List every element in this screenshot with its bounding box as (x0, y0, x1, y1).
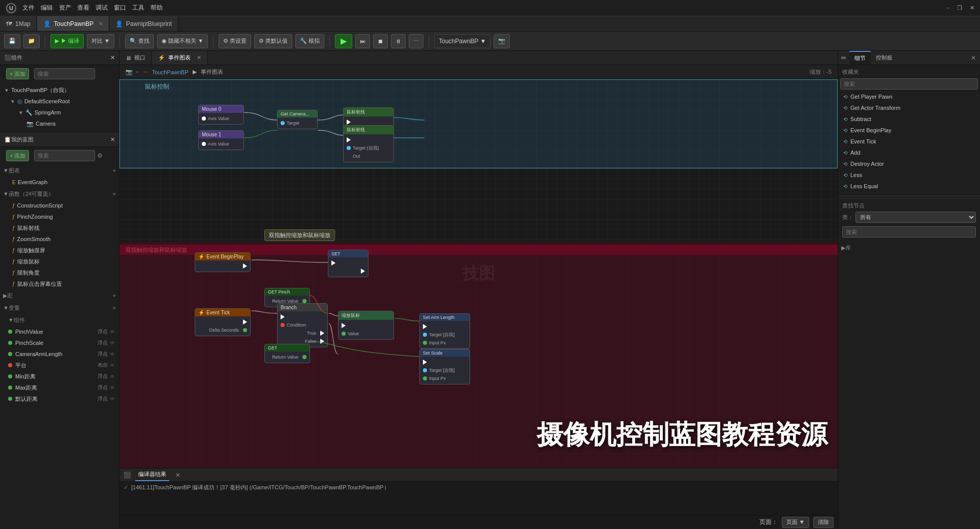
mybp-gear-icon[interactable]: ⚙ (97, 152, 103, 159)
fav-less-equal[interactable]: ⟲ Less Equal (840, 181, 978, 192)
section-macros[interactable]: ▶ 宏 + (0, 289, 119, 302)
node-set-beginplay[interactable]: SET (328, 250, 369, 277)
camera-setting-btn[interactable]: 📷 (494, 34, 510, 48)
section-components-vars[interactable]: ▼ 组件 (0, 314, 119, 326)
skip-btn[interactable]: ⏭ (355, 34, 370, 48)
minimize-btn[interactable]: － (943, 4, 952, 12)
var-maxdistance[interactable]: Max距离 浮点 👁 (0, 382, 119, 393)
class-settings-btn[interactable]: ⚙ 类设置 (219, 34, 251, 48)
nav-forward[interactable]: → (142, 69, 148, 75)
section-funcs[interactable]: ▼ 函数（24可覆盖） + (0, 188, 119, 200)
var-eye-6[interactable]: 👁 (110, 396, 115, 402)
node-get-pinch2[interactable]: GET Return Value (264, 344, 310, 363)
section-vars-add[interactable]: + (113, 305, 116, 311)
var-eye-4[interactable]: 👁 (110, 374, 115, 379)
node-filter-select[interactable]: 所有 (855, 212, 976, 223)
class-defaults-btn[interactable]: ⚙ 类默认值 (254, 34, 292, 48)
component-search[interactable] (34, 68, 95, 79)
menu-tools[interactable]: 工具 (132, 4, 144, 12)
tab-pawnipt[interactable]: 👤 PawniptBlueprint (109, 16, 178, 31)
tree-item-springarm[interactable]: ▼ 🔧 SpringArm (0, 107, 119, 118)
pawn-dropdown[interactable]: TouchPawnBP ▼ (434, 34, 491, 48)
center-tab-viewport[interactable]: 🖥 视口 (119, 51, 152, 65)
item-eventgraph[interactable]: E EventGraph (0, 177, 119, 188)
section-vars[interactable]: ▼ 变量 + (0, 302, 119, 314)
find-btn[interactable]: 🔍 查找 (125, 34, 154, 48)
bottom-tab-compiler[interactable]: 编译器结果 (135, 468, 169, 481)
node-funccall-upper2[interactable]: 鼠标射线 Target (自我) Out (343, 125, 394, 162)
add-mybp-btn[interactable]: +添加 (6, 150, 29, 161)
node-setarm[interactable]: Set Arm Length Target [自我] Input Px (419, 313, 470, 349)
var-cameraarmlength[interactable]: CameraArmLength 浮点 👁 (0, 348, 119, 360)
components-close[interactable]: ✕ (110, 54, 115, 61)
fav-destroy-actor[interactable]: ⟲ Destroy Actor (840, 158, 978, 169)
fav-get-actor-transform[interactable]: ⟲ Get Actor Transform (840, 102, 978, 113)
section-macros-add[interactable]: + (113, 292, 116, 299)
section-graphs-add[interactable]: + (113, 167, 116, 173)
section-funcs-add[interactable]: + (113, 191, 116, 197)
node-mousemove2[interactable]: Mouse 1 Axis Value (198, 130, 244, 150)
var-eye-1[interactable]: 👁 (110, 340, 115, 346)
nav-back[interactable]: ← (135, 69, 140, 75)
menu-view[interactable]: 查看 (77, 4, 89, 12)
menu-edit[interactable]: 编辑 (41, 4, 53, 12)
var-eye-0[interactable]: 👁 (110, 329, 115, 335)
fav-event-beginplay[interactable]: ⟲ Event BeginPlay (840, 125, 978, 136)
menu-window[interactable]: 窗口 (114, 4, 126, 12)
node-intermediate[interactable]: Get Camera... Target (277, 110, 318, 129)
eventgraph-close[interactable]: ✕ (197, 54, 201, 61)
diff-btn[interactable]: 对比 ▼ (87, 34, 114, 48)
maximize-btn[interactable]: ❐ (956, 4, 964, 12)
func-zoom-touch[interactable]: ƒ 缩放触摸屏 (0, 245, 119, 256)
menu-debug[interactable]: 调试 (96, 4, 108, 12)
node-setarm2[interactable]: Set Scale Target [自我] Input Px (419, 349, 470, 385)
node-mousemove1[interactable]: Mouse 0 Axis Value (198, 105, 244, 125)
var-eye-2[interactable]: 👁 (110, 351, 115, 357)
tree-item-camera[interactable]: 📷 Camera (0, 118, 119, 129)
tab-touchpawnbp[interactable]: 👤 TouchPawnBP ✕ (37, 16, 109, 31)
var-pinchscale[interactable]: PinchScale 浮点 👁 (0, 337, 119, 348)
breadcrumb-link-bp[interactable]: TouchPawnBP (152, 69, 189, 75)
close-btn[interactable]: ✕ (968, 4, 976, 12)
menu-file[interactable]: 文件 (22, 4, 35, 12)
func-pinchzooming[interactable]: ƒ PinchZooming (0, 211, 119, 222)
library-item[interactable]: ▶ 库 (838, 242, 980, 253)
fav-less[interactable]: ⟲ Less (840, 169, 978, 181)
right-panel-close[interactable]: ✕ (967, 54, 980, 62)
save-btn[interactable]: 💾 (4, 34, 20, 48)
node-search-input[interactable] (842, 226, 976, 238)
fav-subtract[interactable]: ⟲ Subtract (840, 113, 978, 125)
node-pinchzoom[interactable]: 缩放鼠标 Value (338, 311, 394, 340)
right-tab-controlboard[interactable]: 控制板 (871, 51, 898, 65)
add-component-btn[interactable]: + 添加 (6, 68, 29, 79)
browse-btn[interactable]: 📁 (23, 34, 40, 48)
var-mindistance[interactable]: Min距离 浮点 👁 (0, 371, 119, 382)
var-defaultdistance[interactable]: 默认距离 浮点 👁 (0, 393, 119, 404)
func-mouse-screen[interactable]: ƒ 鼠标点击屏幕位置 (0, 278, 119, 289)
section-graphs[interactable]: ▼ 图表 + (0, 164, 119, 177)
var-pinchvalue[interactable]: PinchValue 浮点 👁 (0, 326, 119, 337)
var-eye-3[interactable]: 👁 (110, 363, 115, 368)
center-tab-eventgraph[interactable]: ⚡ 事件图表 ✕ (152, 51, 208, 65)
func-zoom-mouse[interactable]: ƒ 缩放鼠标 (0, 256, 119, 267)
bottom-tab-close[interactable]: ✕ (175, 472, 180, 479)
node-event-beginplay[interactable]: ⚡ Event BeginPlay (195, 252, 251, 272)
func-mouseray[interactable]: ƒ 鼠标射线 (0, 222, 119, 233)
clear-btn[interactable]: 清除 (813, 517, 834, 528)
func-construction[interactable]: ƒ ConstructionScript (0, 200, 119, 211)
fav-search[interactable] (840, 78, 978, 90)
more-btn[interactable]: ⋯ (409, 34, 423, 48)
right-tab-details[interactable]: 细节 (849, 51, 871, 65)
var-platform[interactable]: 平台 布尔 👁 (0, 360, 119, 371)
func-zoomsmooth[interactable]: ƒ ZoomSmooth (0, 233, 119, 245)
mybp-close[interactable]: ✕ (110, 136, 115, 143)
menu-help[interactable]: 帮助 (150, 4, 163, 12)
node-event-tick[interactable]: ⚡ Event Tick Delta Seconds (195, 308, 251, 336)
fav-get-player-pawn[interactable]: ⟲ Get Player Pawn (840, 91, 978, 102)
fav-event-tick[interactable]: ⟲ Event Tick (840, 136, 978, 147)
mybp-search[interactable] (34, 150, 95, 161)
node-branch[interactable]: Branch Condition True False (277, 303, 328, 347)
tab-1map[interactable]: 🗺 1Map (0, 16, 37, 31)
play-btn[interactable]: ▶ (335, 34, 352, 48)
tab-touchpawnbp-close[interactable]: ✕ (99, 21, 103, 26)
